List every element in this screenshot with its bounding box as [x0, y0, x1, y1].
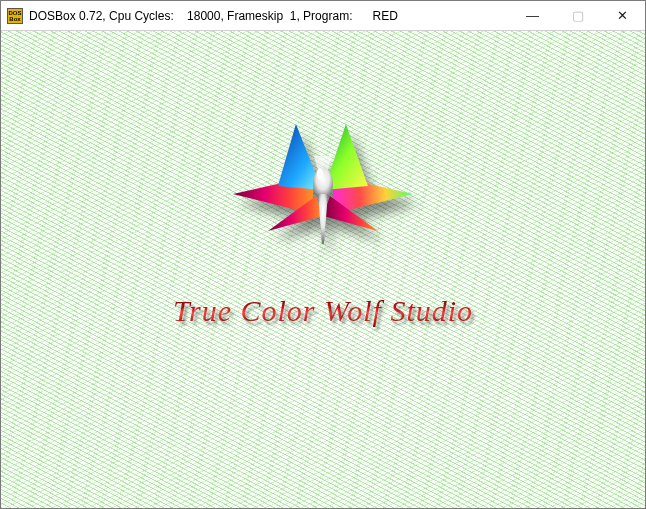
- svg-point-9: [317, 168, 323, 180]
- splash-screen: True Color Wolf Studio: [173, 116, 473, 328]
- client-area: True Color Wolf Studio: [1, 31, 645, 508]
- dosbox-icon: DOS Box: [7, 8, 23, 24]
- minimize-button[interactable]: —: [510, 1, 555, 30]
- window-controls: — ▢ ✕: [510, 1, 645, 30]
- studio-logo-icon: [218, 116, 428, 266]
- close-button[interactable]: ✕: [600, 1, 645, 30]
- svg-marker-8: [318, 194, 328, 244]
- titlebar[interactable]: DOS Box DOSBox 0.72, Cpu Cycles: 18000, …: [1, 1, 645, 31]
- app-window: DOS Box DOSBox 0.72, Cpu Cycles: 18000, …: [0, 0, 646, 509]
- studio-title: True Color Wolf Studio: [173, 294, 473, 328]
- maximize-button[interactable]: ▢: [555, 1, 600, 30]
- window-title: DOSBox 0.72, Cpu Cycles: 18000, Frameski…: [29, 9, 398, 23]
